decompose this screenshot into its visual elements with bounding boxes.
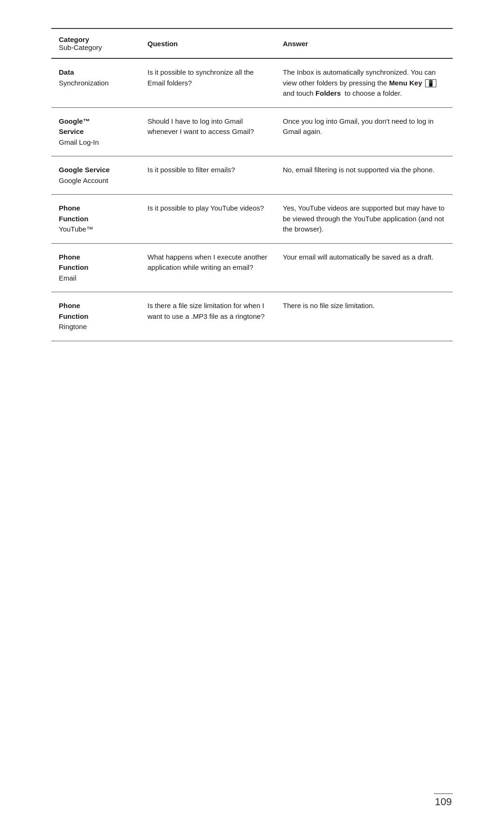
category-sub: Email [59, 273, 133, 284]
table-row: Phone Function YouTube™ Is it possible t… [51, 195, 453, 244]
bold-text: Folders [315, 89, 341, 97]
category-main: Data [59, 67, 133, 78]
answer-cell: There is no file size limitation. [275, 292, 453, 341]
answer-cell: No, email filtering is not supported via… [275, 156, 453, 195]
faq-table: Category Sub-Category Question Answer Da… [51, 28, 453, 341]
page-footer: 109 [51, 775, 453, 822]
table-row: Data Synchronization Is it possible to s… [51, 58, 453, 107]
question-cell: Is it possible to play YouTube videos? [140, 195, 275, 244]
category-main2: Function [59, 262, 133, 273]
table-header-row: Category Sub-Category Question Answer [51, 28, 453, 58]
table-row: Phone Function Ringtone Is there a file … [51, 292, 453, 341]
category-main: Phone [59, 203, 133, 214]
col-header-question: Question [140, 28, 275, 58]
question-cell: Should I have to log into Gmail whenever… [140, 107, 275, 156]
table-row: Google Service Google Account Is it poss… [51, 156, 453, 195]
category-cell: Data Synchronization [51, 58, 140, 107]
category-sub: Google Account [59, 176, 133, 186]
answer-cell: Once you log into Gmail, you don't need … [275, 107, 453, 156]
page-number-line [434, 794, 453, 794]
category-sub: Gmail Log-In [59, 137, 133, 148]
question-cell: Is it possible to synchronize all the Em… [140, 58, 275, 107]
category-sub: YouTube™ [59, 224, 133, 235]
answer-cell: The Inbox is automatically synchronized.… [275, 58, 453, 107]
page-number-wrapper: 109 [434, 794, 453, 808]
category-cell: Phone Function Email [51, 243, 140, 292]
header-category-sub: Sub-Category [59, 43, 133, 51]
question-cell: Is there a file size limitation for when… [140, 292, 275, 341]
question-cell: What happens when I execute another appl… [140, 243, 275, 292]
table-row: Phone Function Email What happens when I… [51, 243, 453, 292]
category-main: Phone [59, 301, 133, 311]
answer-cell: Yes, YouTube videos are supported but ma… [275, 195, 453, 244]
category-cell: Google Service Google Account [51, 156, 140, 195]
col-header-category: Category Sub-Category [51, 28, 140, 58]
category-main2: Service [59, 126, 133, 137]
menu-key-icon: 📱 [425, 79, 436, 87]
category-sub: Synchronization [59, 78, 133, 89]
table-body: Data Synchronization Is it possible to s… [51, 58, 453, 341]
category-cell: Phone Function Ringtone [51, 292, 140, 341]
category-main2: Function [59, 214, 133, 225]
category-main: Google™ [59, 116, 133, 127]
question-cell: Is it possible to filter emails? [140, 156, 275, 195]
header-category-main: Category [59, 35, 133, 43]
table-row: Google™ Service Gmail Log-In Should I ha… [51, 107, 453, 156]
category-main2: Function [59, 311, 133, 322]
category-sub: Ringtone [59, 322, 133, 332]
answer-cell: Your email will automatically be saved a… [275, 243, 453, 292]
category-cell: Phone Function YouTube™ [51, 195, 140, 244]
category-cell: Google™ Service Gmail Log-In [51, 107, 140, 156]
col-header-answer: Answer [275, 28, 453, 58]
bold-text: Menu Key [389, 79, 422, 87]
page-number: 109 [435, 796, 452, 808]
category-main: Google Service [59, 165, 133, 176]
category-main: Phone [59, 252, 133, 263]
